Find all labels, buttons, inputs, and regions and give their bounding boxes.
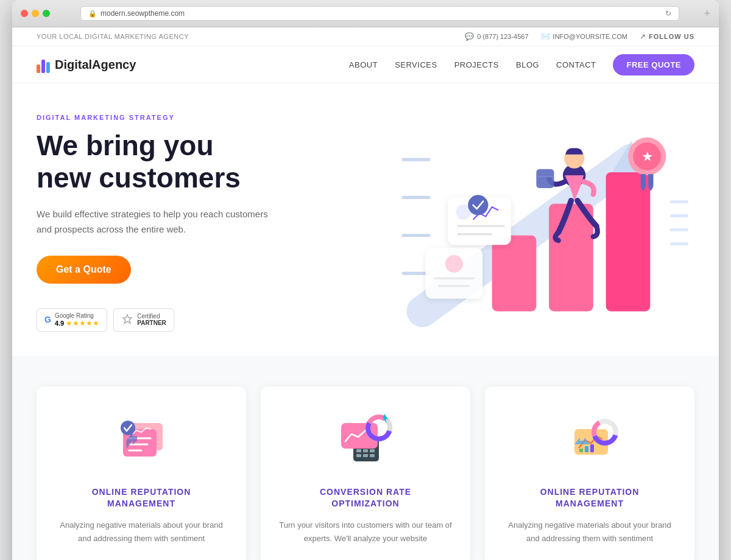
nav-link-contact[interactable]: CONTACT <box>556 60 596 69</box>
nav-link-services[interactable]: SERVICES <box>395 60 437 69</box>
nav-item-cta[interactable]: FREE QUOTE <box>613 59 694 70</box>
window-controls <box>21 10 50 17</box>
svg-rect-20 <box>536 169 554 188</box>
email-address: INFO@YOURSITE.COM <box>553 33 627 40</box>
certified-badge: Certified PARTNER <box>113 308 174 332</box>
email-icon: ✉️ <box>541 32 550 41</box>
certified-label: Certified <box>137 313 166 320</box>
hero-cta-button[interactable]: Get a Quote <box>37 256 131 284</box>
logo-bar-1 <box>37 65 40 73</box>
main-nav: DigitalAgency ABOUT SERVICES PROJECTS BL… <box>12 46 719 83</box>
nav-item-services[interactable]: SERVICES <box>395 59 437 70</box>
svg-rect-41 <box>370 449 375 452</box>
maximize-button[interactable] <box>43 10 50 17</box>
add-tab-button[interactable]: + <box>704 7 710 20</box>
browser-titlebar: 🔒 modern.seowptheme.com ↻ + <box>12 0 719 27</box>
google-rating-badge: G Google Rating 4.9 ★★★★★ <box>37 308 107 332</box>
service-desc-3: Analyzing negative materials about your … <box>503 519 676 545</box>
nav-cta-button[interactable]: FREE QUOTE <box>613 54 694 75</box>
phone-item: 💬 0 (877) 123-4567 <box>465 32 528 41</box>
hero-svg-illustration: ★ <box>366 107 694 338</box>
hero-description: We build effective strategies to help yo… <box>37 206 280 237</box>
logo[interactable]: DigitalAgency <box>37 56 136 73</box>
service-desc-1: Analyzing negative materials about your … <box>55 519 228 545</box>
nav-link-blog[interactable]: BLOG <box>516 60 539 69</box>
top-bar-right: 💬 0 (877) 123-4567 ✉️ INFO@YOURSITE.COM … <box>465 32 694 41</box>
service-title-3: ONLINE REPUTATIONMANAGEMENT <box>503 486 676 510</box>
service-card-1: ONLINE REPUTATIONMANAGEMENT Analyzing ne… <box>37 387 246 560</box>
email-item: ✉️ INFO@YOURSITE.COM <box>541 32 627 41</box>
svg-rect-43 <box>363 454 368 457</box>
phone-number: 0 (877) 123-4567 <box>477 33 528 40</box>
hero-title-line1: We bring you <box>37 130 214 161</box>
url-text: modern.seowptheme.com <box>101 9 185 18</box>
svg-rect-26 <box>648 174 653 187</box>
svg-rect-8 <box>606 172 651 311</box>
nav-item-projects[interactable]: PROJECTS <box>454 59 499 70</box>
browser-window: 🔒 modern.seowptheme.com ↻ + YOUR LOCAL D… <box>12 0 719 560</box>
hero-section: DIGITAL MARKETING STRATEGY We bring you … <box>12 83 719 356</box>
chat-icon: 💬 <box>465 32 474 41</box>
top-bar: YOUR LOCAL DIGITAL MARKETING AGENCY 💬 0 … <box>12 27 719 46</box>
nav-links: ABOUT SERVICES PROJECTS BLOG CONTACT FRE… <box>349 59 694 70</box>
svg-rect-25 <box>641 174 646 187</box>
svg-rect-40 <box>363 449 368 452</box>
svg-rect-50 <box>579 449 583 452</box>
service-icon-2 <box>335 411 396 472</box>
rating-score: 4.9 <box>55 320 64 327</box>
nav-item-blog[interactable]: BLOG <box>516 59 539 70</box>
svg-point-34 <box>121 421 135 435</box>
services-section: ONLINE REPUTATIONMANAGEMENT Analyzing ne… <box>12 356 719 560</box>
service-desc-2: Turn your visitors into customers with o… <box>279 519 452 545</box>
nav-item-about[interactable]: ABOUT <box>349 59 378 70</box>
svg-rect-52 <box>590 444 594 452</box>
lock-icon: 🔒 <box>88 10 97 18</box>
svg-rect-44 <box>370 454 375 457</box>
service-card-2: CONVERSION RATEOPTIMIZATION Turn your vi… <box>261 387 470 560</box>
badge-container: G Google Rating 4.9 ★★★★★ <box>37 308 329 332</box>
svg-rect-39 <box>356 449 361 452</box>
stars-icon: ★★★★★ <box>66 319 99 327</box>
service-title-2: CONVERSION RATEOPTIMIZATION <box>279 486 452 510</box>
certified-sub: PARTNER <box>137 320 166 326</box>
logo-icon <box>37 56 50 73</box>
hero-title: We bring you new customers <box>37 130 329 194</box>
follow-item[interactable]: ↗ FOLLOW US <box>640 32 694 41</box>
nav-link-about[interactable]: ABOUT <box>349 60 378 69</box>
hero-illustration: ★ <box>329 119 694 326</box>
svg-rect-51 <box>585 446 588 452</box>
address-bar[interactable]: 🔒 modern.seowptheme.com ↻ <box>80 6 679 21</box>
follow-label: FOLLOW US <box>649 33 694 40</box>
logo-bar-2 <box>41 60 45 73</box>
certified-info: Certified PARTNER <box>137 313 166 326</box>
refresh-button[interactable]: ↻ <box>665 9 671 18</box>
certified-icon <box>121 313 133 326</box>
svg-marker-0 <box>123 315 132 323</box>
rating-row: 4.9 ★★★★★ <box>55 319 99 327</box>
svg-rect-7 <box>549 204 593 312</box>
minimize-button[interactable] <box>32 10 39 17</box>
logo-text: DigitalAgency <box>55 58 136 72</box>
hero-subtitle: DIGITAL MARKETING STRATEGY <box>37 114 329 121</box>
service-title-1: ONLINE REPUTATIONMANAGEMENT <box>55 486 228 510</box>
service-card-3: ONLINE REPUTATIONMANAGEMENT Analyzing ne… <box>485 387 694 560</box>
nav-link-projects[interactable]: PROJECTS <box>454 60 499 69</box>
nav-item-contact[interactable]: CONTACT <box>556 59 596 70</box>
svg-point-17 <box>468 195 488 215</box>
google-g-icon: G <box>44 315 51 324</box>
share-icon: ↗ <box>640 32 646 41</box>
hero-title-line2: new customers <box>37 162 241 194</box>
hero-content: DIGITAL MARKETING STRATEGY We bring you … <box>37 114 329 332</box>
svg-text:★: ★ <box>642 150 653 163</box>
svg-point-14 <box>445 255 463 273</box>
browser-content: YOUR LOCAL DIGITAL MARKETING AGENCY 💬 0 … <box>12 27 719 560</box>
svg-rect-42 <box>356 454 361 457</box>
service-icon-3 <box>559 411 620 472</box>
close-button[interactable] <box>21 10 28 17</box>
svg-rect-6 <box>492 236 537 312</box>
rating-info: Google Rating 4.9 ★★★★★ <box>55 312 99 327</box>
service-icon-1 <box>111 411 172 472</box>
agency-label: YOUR LOCAL DIGITAL MARKETING AGENCY <box>37 33 189 40</box>
rating-label: Google Rating <box>55 312 99 319</box>
logo-bar-3 <box>46 62 50 73</box>
